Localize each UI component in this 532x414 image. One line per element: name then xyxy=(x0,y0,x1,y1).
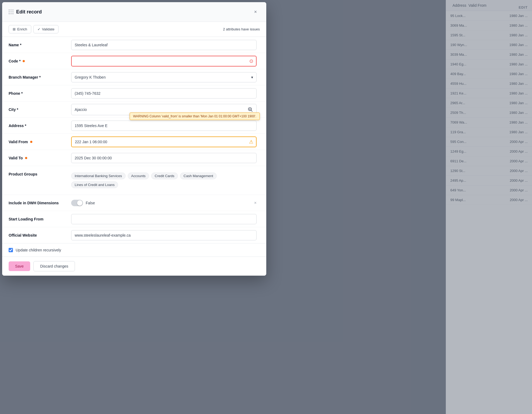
issues-badge: 2 attributes have issues xyxy=(223,27,260,31)
product-groups-tags: International Banking ServicesAccountsCr… xyxy=(71,169,257,191)
update-children-checkbox[interactable] xyxy=(9,248,13,252)
address-label: Address * xyxy=(9,124,68,128)
start-loading-input[interactable] xyxy=(71,214,257,224)
code-label: Code * xyxy=(9,59,68,63)
code-row: Code * ⊙ xyxy=(2,53,266,69)
drag-icon xyxy=(9,9,13,14)
svg-line-1 xyxy=(251,110,253,111)
valid-from-label: Valid From xyxy=(9,140,68,144)
start-loading-label: Start Loading From xyxy=(9,217,68,221)
valid-from-required-dot xyxy=(30,141,32,143)
address-warning-tooltip: WARNING Column 'valid_from' is smaller t… xyxy=(130,113,260,120)
valid-from-value: ⚠ xyxy=(68,136,260,147)
branch-manager-chevron-icon: ▾ xyxy=(251,75,253,79)
discard-button[interactable]: Discard changes xyxy=(33,261,75,271)
branch-manager-row: Branch Manager * Gregory K Thoben ▾ xyxy=(2,69,266,85)
validate-icon: ✓ xyxy=(37,27,40,31)
address-input[interactable] xyxy=(71,121,257,131)
product-group-tag: Lines of Credit and Loans xyxy=(71,181,118,188)
include-dwh-value: False × xyxy=(68,200,260,206)
city-search-icon[interactable] xyxy=(248,107,253,112)
product-group-tag: Accounts xyxy=(128,173,149,179)
address-value-container: WARNING Column 'valid_from' is smaller t… xyxy=(68,121,260,131)
modal-body: Name * Code * ⊙ xyxy=(2,37,266,257)
official-website-label: Official Website xyxy=(9,233,68,237)
address-row: Address * WARNING Column 'valid_from' is… xyxy=(2,118,266,134)
valid-from-warning-icon: ⚠ xyxy=(249,139,253,145)
branch-manager-value: Gregory K Thoben ▾ xyxy=(68,72,260,82)
product-groups-value: International Banking ServicesAccountsCr… xyxy=(68,169,260,191)
modal-close-button[interactable]: × xyxy=(251,8,260,16)
city-label: City * xyxy=(9,107,68,112)
code-input-wrapper: ⊙ xyxy=(71,56,257,66)
phone-label: Phone * xyxy=(9,91,68,96)
city-text: Ajaccio xyxy=(75,107,87,112)
include-dwh-label: Include in DWH Dimensions xyxy=(9,201,68,205)
update-children-row: Update children recursively xyxy=(2,243,266,257)
modal-footer: Save Discard changes xyxy=(2,257,266,276)
modal-toolbar: ⊞ Enrich ✓ Validate 2 attributes have is… xyxy=(2,22,266,37)
phone-input[interactable] xyxy=(71,88,257,99)
include-dwh-toggle-container: False × xyxy=(71,200,257,206)
code-error-icon: ⊙ xyxy=(249,58,253,64)
save-button[interactable]: Save xyxy=(9,261,30,271)
branch-manager-select[interactable]: Gregory K Thoben ▾ xyxy=(71,72,257,82)
valid-from-row: Valid From ⚠ xyxy=(2,134,266,150)
branch-manager-label: Branch Manager * xyxy=(9,75,68,79)
product-groups-label: Product Groups xyxy=(9,169,68,176)
edit-record-modal: Edit record × ⊞ Enrich ✓ Validate 2 attr… xyxy=(2,2,266,276)
phone-value xyxy=(68,88,260,99)
valid-from-input[interactable] xyxy=(71,136,257,147)
modal-header: Edit record × xyxy=(2,2,266,22)
valid-to-required-dot xyxy=(25,157,27,159)
valid-to-row: Valid To xyxy=(2,150,266,166)
code-value: ⊙ xyxy=(68,56,260,66)
modal-overlay: Edit record × ⊞ Enrich ✓ Validate 2 attr… xyxy=(0,0,532,414)
update-children-label: Update children recursively xyxy=(16,248,61,252)
start-loading-row: Start Loading From xyxy=(2,211,266,227)
valid-to-label: Valid To xyxy=(9,156,68,160)
product-group-tag: Cash Management xyxy=(180,173,217,179)
enrich-button[interactable]: ⊞ Enrich xyxy=(9,25,31,33)
valid-to-value xyxy=(68,153,260,163)
product-groups-row: Product Groups International Banking Ser… xyxy=(2,166,266,195)
start-loading-value xyxy=(68,214,260,224)
official-website-value xyxy=(68,230,260,240)
code-required-dot xyxy=(23,60,25,62)
phone-row: Phone * xyxy=(2,85,266,101)
code-input[interactable] xyxy=(71,56,257,66)
validate-label: Validate xyxy=(42,27,54,31)
official-website-input[interactable] xyxy=(71,230,257,240)
include-dwh-toggle[interactable] xyxy=(71,200,83,206)
toggle-knob xyxy=(77,200,82,206)
modal-drag-handle[interactable]: Edit record xyxy=(9,9,251,15)
validate-button[interactable]: ✓ Validate xyxy=(33,25,58,33)
name-input[interactable] xyxy=(71,40,257,50)
name-value xyxy=(68,40,260,50)
modal-title: Edit record xyxy=(16,9,42,15)
official-website-row: Official Website xyxy=(2,227,266,243)
name-row: Name * xyxy=(2,37,266,53)
name-label: Name * xyxy=(9,43,68,47)
valid-to-input[interactable] xyxy=(71,153,257,163)
enrich-label: Enrich xyxy=(17,27,27,31)
valid-from-input-wrapper: ⚠ xyxy=(71,136,257,147)
include-dwh-false-label: False xyxy=(86,201,95,205)
include-dwh-clear-button[interactable]: × xyxy=(254,201,257,205)
include-dwh-row: Include in DWH Dimensions False × xyxy=(2,195,266,211)
product-group-tag: International Banking Services xyxy=(71,173,126,179)
branch-manager-selected: Gregory K Thoben xyxy=(75,75,106,79)
product-group-tag: Credit Cards xyxy=(151,173,178,179)
enrich-icon: ⊞ xyxy=(13,27,16,31)
